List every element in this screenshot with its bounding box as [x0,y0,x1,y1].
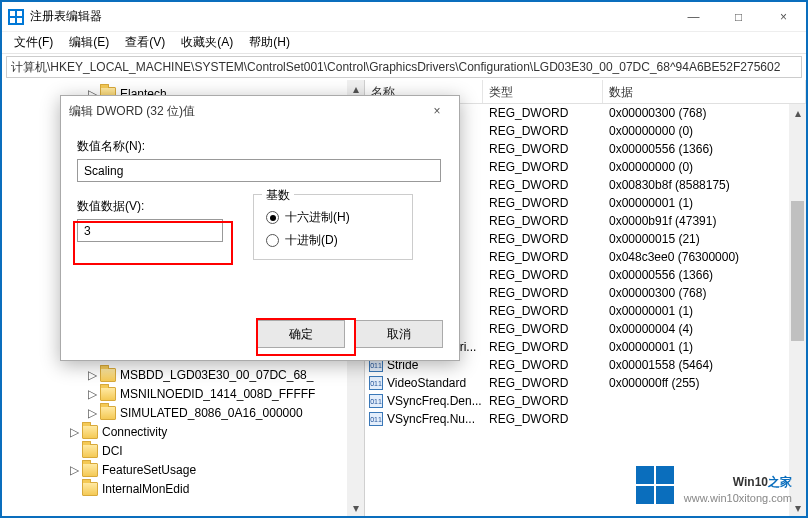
folder-icon [100,368,116,382]
value-type: REG_DWORD [483,106,603,120]
scroll-down-icon[interactable]: ▾ [347,499,364,516]
base-fieldset: 基数 十六进制(H) 十进制(D) [253,194,413,260]
value-type: REG_DWORD [483,358,603,372]
expander-icon[interactable] [68,483,80,495]
list-row[interactable]: 011VSyncFreq.Nu...REG_DWORD [365,410,806,428]
value-data-input[interactable] [77,219,223,242]
watermark-brand-en: Win10 [733,475,768,489]
menu-help[interactable]: 帮助(H) [243,32,296,53]
tree-item[interactable]: ▷MSBDD_LGD03E30_00_07DC_68_ [2,365,364,384]
dialog-close-button[interactable]: × [423,100,451,122]
value-type: REG_DWORD [483,250,603,264]
regedit-icon [8,9,24,25]
scroll-thumb[interactable] [791,201,804,341]
value-data: 0x00000015 (21) [603,232,806,246]
tree-item-label: Connectivity [102,425,167,439]
menu-file[interactable]: 文件(F) [8,32,59,53]
expander-icon[interactable]: ▷ [68,426,80,438]
value-type: REG_DWORD [483,124,603,138]
expander-icon[interactable]: ▷ [86,407,98,419]
value-type: REG_DWORD [483,394,603,408]
folder-icon [100,387,116,401]
radio-dec[interactable]: 十进制(D) [266,232,400,249]
scroll-up-icon[interactable]: ▴ [789,104,806,121]
tree-item[interactable]: DCI [2,441,364,460]
maximize-button[interactable]: □ [716,2,761,32]
value-name: VSyncFreq.Nu... [387,412,475,426]
folder-icon [82,463,98,477]
ok-button[interactable]: 确定 [257,320,345,348]
watermark-brand-zh: 之家 [768,475,792,489]
value-type: REG_DWORD [483,412,603,426]
value-data: 0x00000001 (1) [603,340,806,354]
window-title: 注册表编辑器 [30,8,671,25]
value-type: REG_DWORD [483,214,603,228]
dialog-title-text: 编辑 DWORD (32 位)值 [69,103,423,120]
tree-item[interactable]: ▷SIMULATED_8086_0A16_000000 [2,403,364,422]
menu-favorites[interactable]: 收藏夹(A) [175,32,239,53]
value-type: REG_DWORD [483,178,603,192]
watermark-url: www.win10xitong.com [684,492,792,504]
value-type: REG_DWORD [483,196,603,210]
expander-icon[interactable]: ▷ [68,464,80,476]
value-type: REG_DWORD [483,376,603,390]
value-type: REG_DWORD [483,160,603,174]
menubar: 文件(F) 编辑(E) 查看(V) 收藏夹(A) 帮助(H) [2,32,806,54]
radio-hex[interactable]: 十六进制(H) [266,209,400,226]
value-data: 0x00830b8f (8588175) [603,178,806,192]
value-name: VideoStandard [387,376,466,390]
tree-item[interactable]: ▷Connectivity [2,422,364,441]
value-type: REG_DWORD [483,268,603,282]
tree-item-label: DCI [102,444,123,458]
menu-view[interactable]: 查看(V) [119,32,171,53]
expander-icon[interactable]: ▷ [86,369,98,381]
minimize-button[interactable]: — [671,2,716,32]
value-type: REG_DWORD [483,304,603,318]
tree-item[interactable]: ▷FeatureSetUsage [2,460,364,479]
folder-icon [82,482,98,496]
watermark: Win10之家 www.win10xitong.com [636,466,792,504]
folder-icon [82,444,98,458]
tree-item-label: MSBDD_LGD03E30_00_07DC_68_ [120,368,313,382]
value-type: REG_DWORD [483,286,603,300]
reg-dword-icon: 011 [369,376,383,390]
close-button[interactable]: × [761,2,806,32]
value-data: 0x00000556 (1366) [603,268,806,282]
cancel-button[interactable]: 取消 [355,320,443,348]
value-data: 0x00000300 (768) [603,106,806,120]
value-data: 0x000000ff (255) [603,376,806,390]
value-data: 0x00000300 (768) [603,286,806,300]
value-name: VSyncFreq.Den... [387,394,482,408]
expander-icon[interactable]: ▷ [86,388,98,400]
value-data: 0x00000001 (1) [603,304,806,318]
tree-item-label: MSNILNOEDID_1414_008D_FFFFF [120,387,315,401]
value-data-label: 数值数据(V): [77,198,223,215]
tree-item[interactable]: InternalMonEdid [2,479,364,498]
radio-hex-icon [266,211,279,224]
value-data: 0x00001558 (5464) [603,358,806,372]
dialog-titlebar: 编辑 DWORD (32 位)值 × [61,96,459,126]
tree-item[interactable]: ▷MSNILNOEDID_1414_008D_FFFFF [2,384,364,403]
list-row[interactable]: 011VSyncFreq.Den...REG_DWORD [365,392,806,410]
list-row[interactable]: 011VideoStandardREG_DWORD0x000000ff (255… [365,374,806,392]
menu-edit[interactable]: 编辑(E) [63,32,115,53]
value-data: 0x048c3ee0 (76300000) [603,250,806,264]
col-header-data[interactable]: 数据 [603,80,806,103]
value-type: REG_DWORD [483,142,603,156]
expander-icon[interactable] [68,445,80,457]
radio-dec-icon [266,234,279,247]
value-name-input[interactable] [77,159,441,182]
value-type: REG_DWORD [483,232,603,246]
tree-item-label: InternalMonEdid [102,482,189,496]
value-type: REG_DWORD [483,340,603,354]
value-type: REG_DWORD [483,322,603,336]
address-bar[interactable]: 计算机\HKEY_LOCAL_MACHINE\SYSTEM\ControlSet… [6,56,802,78]
col-header-type[interactable]: 类型 [483,80,603,103]
list-vscroll[interactable]: ▴ ▾ [789,104,806,516]
folder-icon [100,406,116,420]
value-data: 0x00000001 (1) [603,196,806,210]
reg-dword-icon: 011 [369,394,383,408]
tree-item-label: FeatureSetUsage [102,463,196,477]
watermark-logo-icon [636,466,674,504]
value-data: 0x00000556 (1366) [603,142,806,156]
